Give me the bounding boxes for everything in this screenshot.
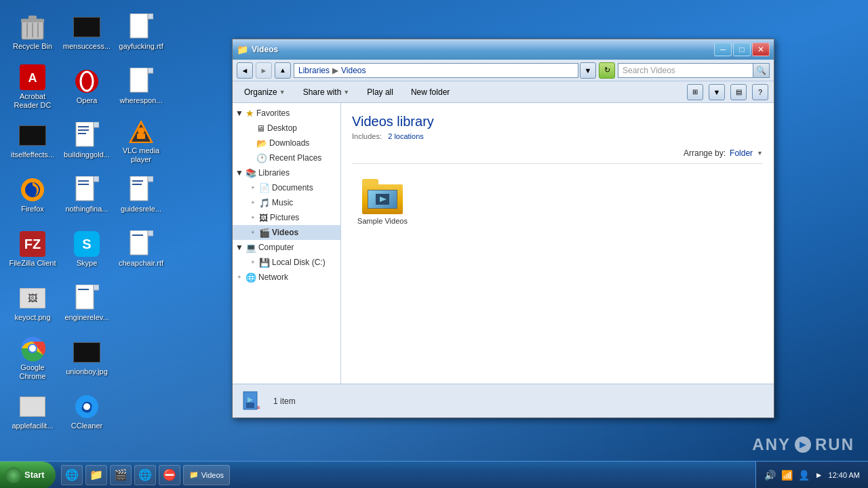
libraries-label: Libraries: [258, 168, 290, 178]
share-with-button[interactable]: Share with ▼: [297, 84, 356, 100]
desktop-icon-skype[interactable]: S Skype: [60, 222, 114, 277]
desktop-icon-opera[interactable]: Opera: [60, 60, 114, 114]
taskbar-alert-button[interactable]: ⛔: [159, 465, 180, 485]
nav-item-local-disk[interactable]: + 💾 Local Disk (C:): [233, 255, 340, 270]
refresh-button[interactable]: ↻: [599, 62, 615, 79]
nav-item-recent-places[interactable]: 🕐 Recent Places: [233, 150, 340, 165]
desktop-icon-enginerelev[interactable]: enginerelev...: [60, 277, 114, 331]
documents-expand-icon: +: [249, 184, 257, 191]
share-with-chevron: ▼: [343, 89, 349, 96]
address-input[interactable]: Libraries ▶ Videos: [294, 63, 578, 78]
svg-rect-57: [132, 235, 143, 236]
music-expand-icon: +: [249, 199, 257, 206]
close-button[interactable]: ✕: [752, 43, 770, 56]
file-item-sample-videos[interactable]: Sample Videos: [352, 175, 413, 228]
nav-item-videos[interactable]: + 🎬 Videos: [233, 225, 340, 240]
tray-time: 12:40 AM: [829, 471, 860, 479]
desktop-icon-chrome[interactable]: Google Chrome: [5, 331, 60, 385]
desktop-icon-applefacilities[interactable]: applefacilit...: [5, 385, 60, 439]
firefox-label: Firefox: [21, 205, 44, 214]
nav-item-music[interactable]: + 🎵 Music: [233, 195, 340, 210]
music-label: Music: [272, 198, 293, 207]
svg-rect-23: [78, 126, 89, 127]
anyrun-watermark: ANY ▶ RUN: [752, 435, 854, 454]
tray-arrow-icon[interactable]: ►: [815, 470, 823, 480]
desktop-icon-vlc[interactable]: VLC media player: [114, 114, 168, 168]
computer-icon: 💻: [245, 243, 256, 253]
search-button[interactable]: 🔍: [753, 63, 770, 78]
details-pane-button[interactable]: ▤: [730, 84, 747, 100]
computer-group[interactable]: ▼ 💻 Computer: [233, 240, 340, 255]
play-all-button[interactable]: Play all: [361, 84, 399, 100]
new-folder-button[interactable]: New folder: [405, 84, 456, 100]
nav-item-network[interactable]: + 🌐 Network: [233, 270, 340, 285]
taskbar-media-button[interactable]: 🎬: [110, 465, 132, 485]
view-dropdown-button[interactable]: ▼: [709, 84, 725, 100]
back-button[interactable]: ◄: [237, 62, 253, 79]
desktop-icon-buildinggold[interactable]: buildinggold...: [60, 114, 114, 168]
ie-icon: 🌐: [65, 468, 79, 481]
pictures-expand-icon: +: [249, 214, 257, 221]
svg-rect-30: [78, 184, 89, 185]
desktop-icon-itselfeffects[interactable]: itselfeffects...: [5, 114, 60, 168]
organize-button[interactable]: Organize ▼: [238, 84, 292, 100]
desktop-icon-gayfucking[interactable]: gayfucking.rtf: [114, 5, 168, 60]
includes-count[interactable]: 2 locations: [388, 132, 424, 140]
taskbar-explorer-button[interactable]: 📁: [85, 465, 107, 485]
network-label: Network: [258, 272, 288, 282]
desktop-icon-cheapchair[interactable]: cheapchair.rtf: [114, 222, 168, 277]
desktop-icon-mensuccess[interactable]: mensuccess...: [60, 5, 114, 60]
tray-network-icon[interactable]: 📶: [781, 470, 793, 481]
desktop-icon-nothingfina[interactable]: nothingfina...: [60, 168, 114, 222]
search-placeholder: Search Videos: [623, 66, 675, 75]
minimize-button[interactable]: ─: [714, 43, 732, 56]
desktop-icon-ccleaner[interactable]: CCleaner: [60, 385, 114, 439]
svg-rect-24: [78, 129, 89, 131]
up-button[interactable]: ▲: [275, 62, 291, 79]
path-segment-libraries[interactable]: Libraries: [298, 66, 330, 75]
nav-item-downloads[interactable]: 📂 Downloads: [233, 136, 340, 150]
tray-volume-icon[interactable]: 🔊: [764, 470, 776, 481]
start-button[interactable]: Start: [0, 462, 56, 489]
desktop-icon-keyoct[interactable]: 🖼 keyoct.png: [5, 277, 60, 331]
nav-item-pictures[interactable]: + 🖼 Pictures: [233, 210, 340, 225]
taskbar-videos-item[interactable]: 📁 Videos: [183, 465, 230, 485]
forward-button[interactable]: ►: [256, 62, 272, 79]
svg-rect-53: [132, 184, 142, 185]
arrange-by-value[interactable]: Folder: [730, 148, 753, 158]
downloads-label: Downloads: [269, 138, 309, 148]
search-input[interactable]: Search Videos: [618, 63, 753, 78]
arrange-by-label: Arrange by:: [684, 148, 726, 158]
desktop-icon-acrobat[interactable]: A Acrobat Reader DC: [5, 60, 60, 114]
desktop-icon-filezilla[interactable]: FZ FileZilla Client: [5, 222, 60, 277]
favorites-group[interactable]: ▼ ★ Favorites: [233, 106, 340, 121]
libraries-group[interactable]: ▼ 📚 Libraries: [233, 165, 340, 180]
taskbar-chrome-button[interactable]: 🌐: [134, 465, 156, 485]
desktop-icon-firefox[interactable]: Firefox: [5, 168, 60, 222]
network-expand-icon: +: [235, 274, 243, 281]
videos-icon: 🎬: [259, 228, 270, 238]
gayfucking-icon: [127, 14, 155, 41]
new-folder-label: New folder: [411, 87, 450, 97]
opera-icon: [73, 68, 100, 95]
path-segment-videos[interactable]: Videos: [341, 66, 366, 75]
nav-item-desktop[interactable]: 🖥 Desktop: [233, 121, 340, 136]
anyrun-text-run: RUN: [815, 435, 854, 454]
tray-user-icon[interactable]: 👤: [798, 470, 810, 481]
help-button[interactable]: ?: [752, 84, 768, 100]
taskbar-ie-button[interactable]: 🌐: [61, 465, 83, 485]
ccleaner-label: CCleaner: [71, 422, 102, 430]
window-title: Videos: [252, 45, 710, 54]
status-bar: ≡ 1 item: [233, 384, 774, 418]
address-dropdown-btn[interactable]: ▼: [580, 62, 596, 79]
maximize-button[interactable]: □: [733, 43, 751, 56]
chrome-label: Google Chrome: [8, 363, 57, 381]
desktop-icon-wherespon[interactable]: wherespon...: [114, 60, 168, 114]
desktop-icon-unionboy[interactable]: unionboy.jpg: [60, 331, 114, 385]
desktop-icon-recycle-bin[interactable]: Recycle Bin: [5, 5, 60, 60]
desktop-icon-guidesrele[interactable]: guidesrele...: [114, 168, 168, 222]
nav-item-documents[interactable]: + 📄 Documents: [233, 180, 340, 195]
svg-point-38: [83, 403, 90, 410]
view-icons-button[interactable]: ⊞: [687, 84, 703, 100]
svg-rect-42: [130, 68, 148, 92]
